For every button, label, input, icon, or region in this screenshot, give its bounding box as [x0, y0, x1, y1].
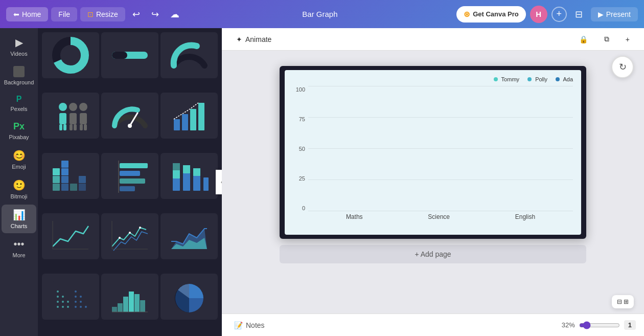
- pexels-icon: P: [16, 95, 22, 104]
- sidebar-item-pixabay[interactable]: Px Pixabay: [2, 117, 36, 144]
- present-icon-button[interactable]: ⊟: [571, 6, 587, 23]
- svg-rect-41: [183, 165, 190, 173]
- legend-item-polly: Polly: [527, 76, 547, 82]
- sidebar-label-background: Background: [4, 79, 34, 85]
- charts-icon: 📊: [13, 209, 26, 221]
- zoom-controls: 32% 1: [562, 320, 636, 330]
- list-item[interactable]: [101, 32, 158, 78]
- add-page-bar[interactable]: + Add page: [280, 245, 586, 263]
- list-item[interactable]: [101, 274, 158, 320]
- svg-rect-29: [70, 184, 77, 191]
- add-element-button[interactable]: +: [619, 32, 636, 47]
- svg-point-49: [119, 237, 121, 239]
- svg-rect-21: [198, 103, 204, 130]
- svg-point-68: [80, 301, 82, 303]
- svg-point-50: [129, 232, 131, 234]
- svg-rect-6: [59, 124, 62, 130]
- share-plus-button[interactable]: +: [551, 7, 567, 22]
- list-item[interactable]: [101, 93, 158, 139]
- cloud-save-button[interactable]: ☁: [166, 6, 183, 23]
- bars-container: [308, 86, 573, 211]
- present-button[interactable]: ▶ Present: [591, 7, 638, 21]
- svg-point-67: [75, 301, 77, 303]
- svg-point-65: [80, 306, 82, 308]
- list-item[interactable]: [42, 93, 99, 139]
- svg-rect-75: [129, 292, 134, 312]
- animate-label: Animate: [245, 35, 271, 43]
- svg-point-57: [67, 306, 69, 308]
- avatar[interactable]: H: [530, 6, 547, 23]
- sidebar-item-background[interactable]: Background: [2, 62, 36, 89]
- duplicate-button[interactable]: ⧉: [598, 32, 615, 47]
- sidebar-item-charts[interactable]: 📊 Charts: [2, 205, 36, 233]
- sidebar: ▶ Videos Background P Pexels Px Pixabay …: [0, 28, 38, 336]
- file-button[interactable]: File: [51, 7, 77, 21]
- resize-icon: ⊡: [87, 10, 94, 18]
- doc-title: Bar Graph: [302, 10, 337, 18]
- legend-label-polly: Polly: [535, 76, 547, 82]
- canvas-action-tools: 🔒 ⧉ +: [573, 32, 636, 47]
- canva-pro-label: Get Canva Pro: [473, 10, 519, 18]
- svg-rect-20: [190, 109, 196, 130]
- svg-point-4: [59, 103, 67, 111]
- notes-icon: 📝: [234, 321, 243, 329]
- sidebar-item-videos[interactable]: ▶ Videos: [2, 32, 36, 61]
- sidebar-item-more[interactable]: ••• More: [2, 234, 36, 262]
- chart-container: Tommy Polly Ada: [285, 70, 581, 235]
- svg-rect-42: [193, 176, 200, 191]
- list-item[interactable]: [160, 153, 218, 199]
- svg-rect-5: [59, 113, 66, 124]
- undo-button[interactable]: ↩: [128, 6, 144, 23]
- svg-rect-26: [61, 176, 68, 183]
- main-area: ▶ Videos Background P Pexels Px Pixabay …: [0, 28, 644, 336]
- sidebar-label-pixabay: Pixabay: [9, 134, 29, 140]
- sidebar-label-pexels: Pexels: [10, 106, 27, 112]
- svg-point-69: [75, 296, 77, 298]
- canvas-scroll[interactable]: Tommy Polly Ada: [222, 51, 644, 313]
- resize-button[interactable]: ⊡ Resize: [80, 7, 125, 21]
- list-item[interactable]: [42, 274, 99, 320]
- svg-point-51: [139, 227, 141, 229]
- canvas-toolbar: ✦ Animate 🔒 ⧉ +: [222, 28, 644, 51]
- svg-rect-76: [134, 294, 140, 312]
- list-item[interactable]: [160, 32, 218, 78]
- hide-panel-button[interactable]: ‹: [216, 170, 222, 194]
- list-item[interactable]: [42, 213, 99, 259]
- svg-rect-37: [173, 178, 180, 191]
- grid-lines: [308, 86, 573, 211]
- svg-rect-73: [118, 303, 123, 312]
- list-item[interactable]: [42, 153, 99, 199]
- svg-rect-7: [63, 124, 66, 130]
- list-item[interactable]: [160, 93, 218, 139]
- list-item[interactable]: [101, 153, 158, 199]
- svg-rect-74: [123, 297, 128, 312]
- svg-point-70: [80, 296, 82, 298]
- redo-button[interactable]: ↪: [147, 6, 163, 23]
- list-item[interactable]: [160, 274, 218, 320]
- list-item[interactable]: [160, 213, 218, 259]
- present-label: Present: [606, 10, 631, 18]
- svg-point-61: [57, 296, 59, 298]
- canvas-page[interactable]: Tommy Polly Ada: [280, 66, 586, 239]
- home-button[interactable]: ⬅ Home: [6, 7, 48, 21]
- svg-rect-35: [120, 186, 135, 191]
- sidebar-label-charts: Charts: [11, 223, 27, 229]
- zoom-slider[interactable]: [579, 321, 620, 329]
- sidebar-item-pexels[interactable]: P Pexels: [2, 91, 36, 116]
- animate-button[interactable]: ✦ Animate: [230, 32, 278, 47]
- refresh-button[interactable]: ↻: [611, 56, 634, 78]
- sidebar-item-emoji[interactable]: 😊 Emoji: [2, 145, 36, 174]
- notes-button[interactable]: 📝 Notes: [230, 319, 269, 331]
- legend-dot-ada: [556, 77, 560, 81]
- resize-label: Resize: [96, 10, 118, 18]
- canva-pro-button[interactable]: ⊛ Get Canva Pro: [456, 6, 526, 23]
- svg-rect-22: [53, 184, 60, 191]
- lock-button[interactable]: 🔒: [573, 32, 594, 47]
- sidebar-item-bitmoji[interactable]: 🙂 Bitmoji: [2, 175, 36, 204]
- canva-pro-icon: ⊛: [464, 10, 470, 19]
- list-item[interactable]: [101, 213, 158, 259]
- page-thumbnails[interactable]: ⊟ ⊞: [612, 295, 634, 308]
- svg-rect-15: [84, 124, 87, 130]
- y-label-75: 75: [299, 116, 305, 122]
- list-item[interactable]: [42, 32, 99, 78]
